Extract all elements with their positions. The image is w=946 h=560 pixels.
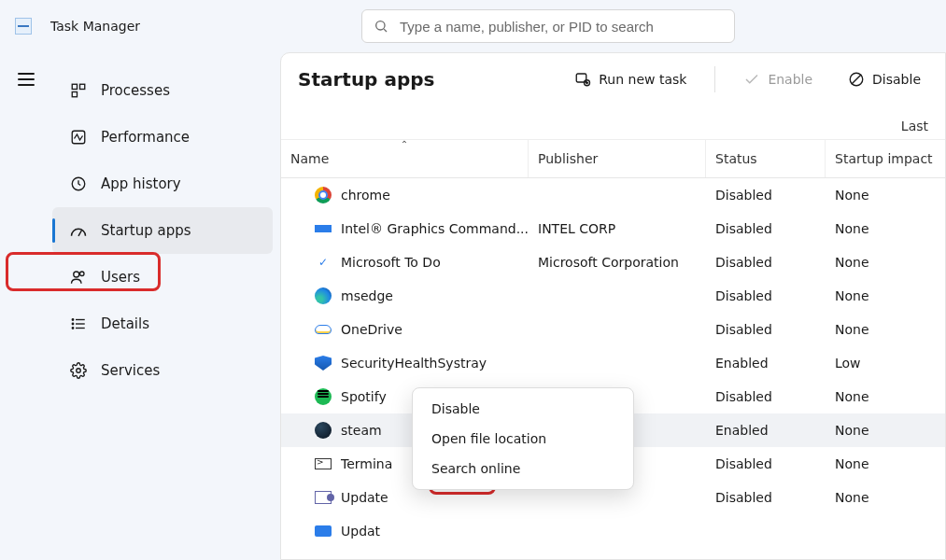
disable-button[interactable]: Disable [840, 65, 928, 93]
context-menu[interactable]: DisableOpen file locationSearch online [412, 387, 634, 490]
row-name: Microsoft To Do [341, 255, 441, 270]
sidebar-item-processes[interactable]: Processes [52, 67, 273, 114]
gauge-icon [69, 221, 88, 240]
shield-icon [315, 356, 332, 371]
row-name: OneDrive [341, 322, 402, 337]
activity-icon [69, 128, 88, 147]
row-status: Disabled [706, 322, 826, 337]
startup-apps-table: ⌃ Name Publisher Status Startup impact c… [281, 139, 945, 559]
column-publisher[interactable]: Publisher [529, 140, 706, 177]
run-task-icon [574, 71, 591, 88]
svg-rect-3 [80, 84, 85, 89]
sidebar-item-label: Startup apps [101, 222, 191, 239]
table-row[interactable]: Intel® Graphics Command...INTEL CORPDisa… [281, 212, 945, 245]
column-status[interactable]: Status [706, 140, 826, 177]
app-icon [15, 18, 32, 35]
teams-icon [315, 491, 332, 504]
row-publisher: Microsoft Corporation [529, 255, 706, 270]
sidebar-item-services[interactable]: Services [52, 347, 273, 394]
svg-line-1 [384, 29, 387, 32]
svg-point-8 [74, 272, 79, 277]
svg-point-0 [376, 21, 385, 30]
terminal-icon [315, 458, 332, 469]
table-header[interactable]: ⌃ Name Publisher Status Startup impact [281, 139, 945, 178]
row-status: Disabled [706, 221, 826, 236]
sidebar-item-label: Performance [101, 129, 190, 146]
table-row[interactable]: chromeDisabledNone [281, 178, 945, 212]
table-row[interactable]: Updat [281, 514, 945, 548]
sidebar-item-details[interactable]: Details [52, 301, 273, 347]
svg-line-7 [78, 231, 81, 236]
row-impact: Low [826, 356, 945, 371]
hamburger-menu[interactable] [18, 73, 35, 86]
list-icon [69, 315, 88, 333]
cloud-icon [315, 325, 332, 334]
column-impact[interactable]: Startup impact [826, 140, 945, 177]
table-row[interactable]: SecurityHealthSystrayEnabledLow [281, 346, 945, 380]
row-impact: None [826, 389, 945, 404]
row-name: Intel® Graphics Command... [341, 221, 529, 236]
row-name: Update [341, 490, 388, 505]
svg-point-14 [72, 323, 74, 325]
column-name[interactable]: ⌃ Name [281, 140, 529, 177]
row-impact: None [826, 322, 945, 337]
sidebar-item-performance[interactable]: Performance [52, 114, 273, 161]
context-menu-item[interactable]: Open file location [413, 424, 633, 454]
context-menu-item[interactable]: Search online [413, 454, 633, 483]
search-box[interactable] [361, 9, 735, 43]
table-row[interactable]: msedgeDisabledNone [281, 279, 945, 313]
row-name: chrome [341, 188, 390, 203]
store-icon [315, 525, 332, 537]
row-impact: None [826, 221, 945, 236]
row-name: SecurityHealthSystray [341, 356, 487, 371]
sidebar-item-label: Users [101, 269, 140, 286]
search-icon [374, 19, 388, 34]
block-icon [848, 71, 865, 88]
edge-icon [315, 287, 332, 304]
history-icon [69, 175, 88, 193]
row-status: Disabled [706, 288, 826, 303]
sidebar-item-label: App history [101, 175, 181, 192]
row-name: steam [341, 423, 382, 438]
row-impact: None [826, 188, 945, 203]
sort-ascending-icon: ⌃ [401, 139, 408, 149]
row-impact: None [826, 255, 945, 270]
row-name: msedge [341, 288, 393, 303]
check-icon [743, 71, 760, 88]
row-status: Enabled [706, 356, 826, 371]
svg-point-15 [72, 328, 74, 329]
spotify-icon [315, 388, 332, 405]
row-publisher: INTEL CORP [529, 221, 706, 236]
sidebar-item-users[interactable]: Users [52, 254, 273, 301]
context-menu-item[interactable]: Disable [413, 394, 633, 424]
row-status: Disabled [706, 255, 826, 270]
users-icon [69, 268, 88, 287]
row-status: Disabled [706, 389, 826, 404]
svg-rect-4 [72, 92, 77, 97]
row-status: Disabled [706, 188, 826, 203]
row-name: Spotify [341, 389, 387, 404]
svg-point-16 [77, 369, 81, 373]
sidebar-item-app-history[interactable]: App history [52, 161, 273, 207]
row-impact: None [826, 490, 945, 505]
search-input[interactable] [400, 19, 723, 35]
chrome-icon [315, 187, 332, 203]
row-status: Disabled [706, 456, 826, 471]
gear-icon [69, 361, 88, 380]
enable-button: Enable [736, 65, 820, 93]
sidebar: Processes Performance App history Startu… [52, 52, 280, 560]
square-icon [315, 225, 332, 232]
sidebar-item-label: Details [101, 315, 149, 332]
row-name: Updat [341, 524, 380, 539]
table-row[interactable]: ✓Microsoft To DoMicrosoft CorporationDis… [281, 245, 945, 279]
row-impact: None [826, 288, 945, 303]
run-new-task-button[interactable]: Run new task [567, 65, 694, 93]
sidebar-item-startup-apps[interactable]: Startup apps [52, 207, 273, 254]
sidebar-item-label: Services [101, 362, 160, 379]
table-row[interactable]: OneDriveDisabledNone [281, 313, 945, 346]
steam-icon [315, 422, 332, 439]
row-status: Enabled [706, 423, 826, 438]
svg-line-22 [852, 75, 862, 85]
row-impact: None [826, 456, 945, 471]
row-name: Termina [341, 456, 392, 471]
